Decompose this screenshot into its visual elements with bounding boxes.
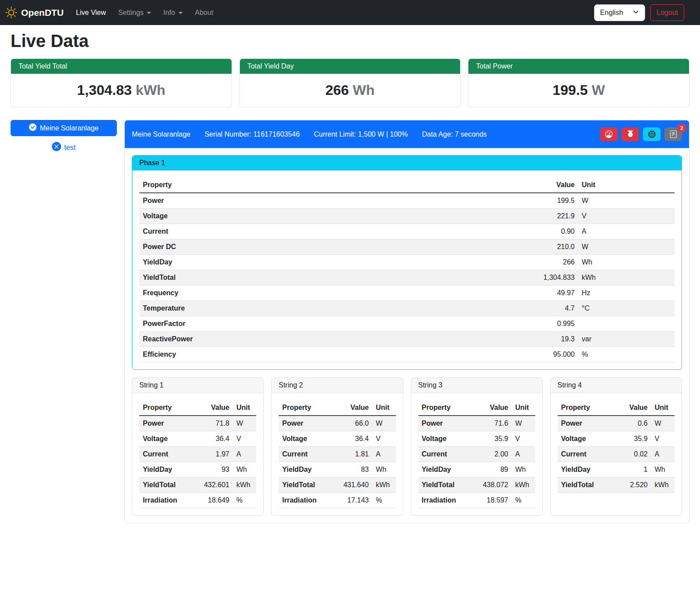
unit-cell: % [578,347,675,362]
value-cell: 36.4 [331,431,373,447]
inverter-name: Meine Solaranlage [40,124,98,132]
unit-cell: W [372,416,395,431]
table-header-row: Property Value Unit [558,400,675,416]
brand-logo[interactable]: OpenDTU [5,7,64,18]
inverter-serial: Serial Number: 116171603546 [204,130,300,138]
unit-cell: V [233,431,256,447]
value-cell: 35.9 [615,431,651,447]
value-cell: 0.02 [615,447,651,462]
nav-item-settings[interactable]: Settings [112,5,157,20]
unit-cell: V [512,431,535,447]
page-title: Live Data [11,31,689,51]
property-cell: Temperature [139,301,402,316]
unit-cell: kWh [512,478,535,493]
unit-cell: V [578,209,675,224]
table-row: Power 0.6 W [558,416,675,431]
unit-cell: kWh [233,478,256,493]
table-header-row: Property Value Unit [139,177,675,193]
nav-item-info[interactable]: Info [157,5,189,20]
inverter-name: test [64,144,76,152]
table-row: YieldDay 266 Wh [139,255,675,270]
unit-cell: var [578,332,675,347]
unit-cell: W [578,239,675,255]
value-cell: 36.4 [192,431,233,447]
value-cell: 35.9 [471,431,512,447]
table-header-row: Property Value Unit [279,400,395,416]
table-row: Power 71.8 W [139,416,256,431]
unit-cell: W [512,416,535,431]
unit-cell: W [651,416,675,431]
strings-row: String 1 Property Value Unit [132,377,682,516]
inverter-card: Meine Solaranlage Serial Number: 1161716… [124,120,689,523]
navbar: OpenDTU Live View Settings Info About En… [0,0,700,25]
property-cell: Current [139,224,402,239]
value-cell: 199.5 [402,193,578,209]
card-title: Total Power [468,59,689,74]
string-3-card: String 3 Property Value Unit [411,377,543,516]
device-info-button[interactable] [643,127,660,141]
property-cell: Current [558,447,615,462]
language-select[interactable]: English [594,4,645,21]
unit-cell: Hz [578,286,675,301]
table-row: YieldDay 93 Wh [139,462,256,478]
value-cell: 19.3 [402,332,578,347]
phase-panel-title: Phase 1 [132,156,682,170]
property-cell: ReactivePower [139,332,402,347]
table-row: Irradiation 17.143 % [279,493,395,508]
table-row: YieldDay 1 Wh [558,462,675,478]
value-cell: 0.90 [402,224,578,239]
string-1-table: Property Value Unit Power [139,400,256,508]
value-cell: 4.7 [402,301,578,316]
value-cell: 432.601 [192,478,233,493]
table-row: Voltage 36.4 V [279,431,395,447]
unit-cell: W [578,193,675,209]
phase-1-panel: Phase 1 Property Value Unit [132,155,682,370]
property-cell: Irradiation [418,493,471,508]
value-cell: 71.6 [471,416,512,431]
value-cell: 66.0 [331,416,373,431]
table-row: Power 71.6 W [418,416,535,431]
check-circle-icon [29,123,36,133]
string-4-table: Property Value Unit Power [558,400,675,493]
property-cell: Power [139,416,192,431]
unit-cell: % [372,493,395,508]
inverter-select-button-test[interactable]: test [11,142,117,153]
nav-item-live-view[interactable]: Live View [70,5,112,20]
journal-text-icon [670,130,677,138]
column-header-property: Property [279,400,331,416]
power-button[interactable] [621,127,639,141]
logout-button[interactable]: Logout [650,4,684,21]
table-row: Current 0.90 A [139,224,675,239]
card-value: 1,304.83 [77,82,132,98]
phase-table: Property Value Unit Power [139,177,675,362]
value-cell: 93 [192,462,233,478]
string-card-title: String 3 [411,378,542,393]
property-cell: Irradiation [139,493,192,508]
table-row: Temperature 4.7 °C [139,301,675,316]
value-cell: 0.6 [615,416,651,431]
string-1-card: String 1 Property Value Unit [132,377,264,516]
cpu-icon [648,130,656,138]
unit-cell: W [233,416,256,431]
column-header-property: Property [558,400,615,416]
table-row: Power 66.0 W [279,416,395,431]
property-cell: YieldDay [139,255,402,270]
table-row: Current 1.81 A [279,447,395,462]
inverter-select-button-meine-solaranlage[interactable]: Meine Solaranlage [11,120,117,136]
nav-item-about[interactable]: About [189,5,220,20]
table-row: Irradiation 18.597 % [418,493,535,508]
value-cell: 0.995 [402,316,578,332]
property-cell: PowerFactor [139,316,402,332]
brand-text: OpenDTU [21,7,64,18]
unit-cell: Wh [233,462,256,478]
inverter-data-age: Data Age: 7 seconds [422,130,487,138]
column-header-value: Value [615,400,651,416]
table-row: Irradiation 18.649 % [139,493,256,508]
unit-cell: °C [578,301,675,316]
value-cell: 95.000 [402,347,578,362]
property-cell: Power [418,416,471,431]
property-cell: Power [279,416,331,431]
unit-cell: V [372,431,395,447]
limit-settings-button[interactable] [600,127,617,141]
property-cell: YieldDay [279,462,331,478]
